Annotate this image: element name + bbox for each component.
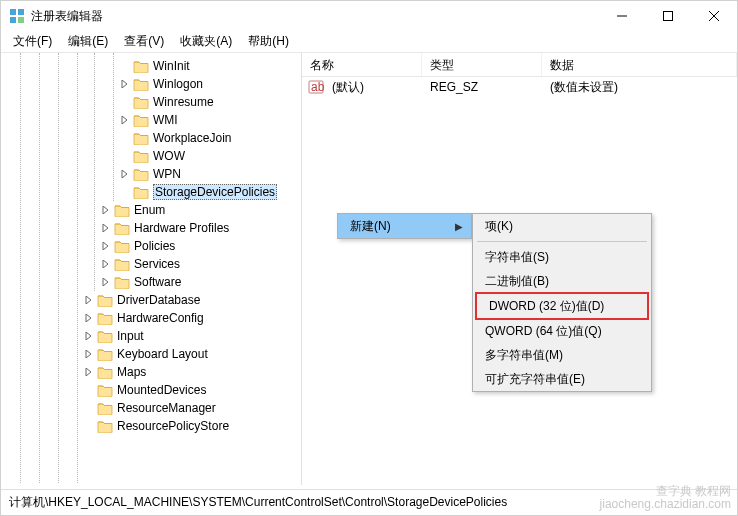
expander-collapsed-icon[interactable]	[83, 330, 95, 342]
tree-item[interactable]: WorkplaceJoin	[1, 129, 301, 147]
maximize-button[interactable]	[645, 1, 691, 31]
tree-item[interactable]: Input	[1, 327, 301, 345]
expander-none	[119, 96, 131, 108]
tree-item-label: Software	[134, 275, 181, 289]
context-submenu-new[interactable]: 项(K)字符串值(S)二进制值(B)DWORD (32 位)值(D)QWORD …	[472, 213, 652, 392]
tree-item-label: Maps	[117, 365, 146, 379]
folder-icon	[114, 203, 130, 217]
tree-item[interactable]: Winlogon	[1, 75, 301, 93]
svg-rect-5	[664, 12, 673, 21]
expander-none	[119, 132, 131, 144]
tree-item[interactable]: WOW	[1, 147, 301, 165]
folder-icon	[133, 59, 149, 73]
expander-collapsed-icon[interactable]	[119, 78, 131, 90]
expander-collapsed-icon[interactable]	[83, 312, 95, 324]
expander-collapsed-icon[interactable]	[100, 222, 112, 234]
menu-item[interactable]: QWORD (64 位)值(Q)	[473, 319, 651, 343]
tree-item[interactable]: Policies	[1, 237, 301, 255]
folder-icon	[114, 257, 130, 271]
tree-item[interactable]: MountedDevices	[1, 381, 301, 399]
expander-collapsed-icon[interactable]	[100, 258, 112, 270]
menu-item[interactable]: 二进制值(B)	[473, 269, 651, 293]
tree-item[interactable]: ResourceManager	[1, 399, 301, 417]
tree-item[interactable]: Winresume	[1, 93, 301, 111]
tree-item-label: Hardware Profiles	[134, 221, 229, 235]
tree-item-label: ResourcePolicyStore	[117, 419, 229, 433]
svg-rect-1	[18, 9, 24, 15]
folder-icon	[114, 239, 130, 253]
expander-collapsed-icon[interactable]	[100, 240, 112, 252]
menu-item-label: 项(K)	[485, 218, 513, 235]
menubar: 文件(F) 编辑(E) 查看(V) 收藏夹(A) 帮助(H)	[1, 31, 737, 53]
tree-item-label: ResourceManager	[117, 401, 216, 415]
tree-item-label: Winlogon	[153, 77, 203, 91]
tree-item[interactable]: ResourcePolicyStore	[1, 417, 301, 435]
tree-item-label: Winresume	[153, 95, 214, 109]
submenu-arrow-icon: ▶	[455, 221, 463, 232]
expander-collapsed-icon[interactable]	[100, 204, 112, 216]
tree-item-label: Input	[117, 329, 144, 343]
tree-item-label: HardwareConfig	[117, 311, 204, 325]
folder-icon	[114, 221, 130, 235]
menu-file[interactable]: 文件(F)	[5, 31, 60, 52]
menu-item[interactable]: DWORD (32 位)值(D)	[477, 294, 647, 318]
svg-text:ab: ab	[311, 80, 324, 94]
menu-item-label: 二进制值(B)	[485, 273, 549, 290]
folder-icon	[133, 185, 149, 199]
cell-name: (默认)	[324, 79, 422, 96]
menu-help[interactable]: 帮助(H)	[240, 31, 297, 52]
expander-none	[83, 420, 95, 432]
menu-favorites[interactable]: 收藏夹(A)	[172, 31, 240, 52]
expander-collapsed-icon[interactable]	[83, 348, 95, 360]
minimize-button[interactable]	[599, 1, 645, 31]
menu-item-label: 字符串值(S)	[485, 249, 549, 266]
tree-item-label: DriverDatabase	[117, 293, 200, 307]
folder-icon	[133, 167, 149, 181]
col-name[interactable]: 名称	[302, 53, 422, 76]
expander-collapsed-icon[interactable]	[119, 114, 131, 126]
tree-item[interactable]: Hardware Profiles	[1, 219, 301, 237]
expander-collapsed-icon[interactable]	[83, 294, 95, 306]
tree-item[interactable]: WMI	[1, 111, 301, 129]
tree-item[interactable]: HardwareConfig	[1, 309, 301, 327]
list-row[interactable]: ab (默认) REG_SZ (数值未设置)	[302, 77, 737, 97]
tree-item-label: WMI	[153, 113, 178, 127]
tree-item[interactable]: WPN	[1, 165, 301, 183]
tree-item[interactable]: Enum	[1, 201, 301, 219]
tree-item[interactable]: Keyboard Layout	[1, 345, 301, 363]
folder-icon	[97, 419, 113, 433]
menu-item[interactable]: 字符串值(S)	[473, 245, 651, 269]
menu-item[interactable]: 项(K)	[473, 214, 651, 238]
tree-item[interactable]: Maps	[1, 363, 301, 381]
tree-item[interactable]: Software	[1, 273, 301, 291]
expander-none	[83, 384, 95, 396]
svg-rect-3	[18, 17, 24, 23]
expander-collapsed-icon[interactable]	[83, 366, 95, 378]
svg-rect-2	[10, 17, 16, 23]
menu-view[interactable]: 查看(V)	[116, 31, 172, 52]
tree-item[interactable]: WinInit	[1, 57, 301, 75]
folder-icon	[97, 347, 113, 361]
menu-item[interactable]: 多字符串值(M)	[473, 343, 651, 367]
tree-item-label: WorkplaceJoin	[153, 131, 231, 145]
menu-item-new[interactable]: 新建(N) ▶	[338, 214, 471, 238]
folder-icon	[133, 95, 149, 109]
col-type[interactable]: 类型	[422, 53, 542, 76]
tree-pane[interactable]: WinInitWinlogonWinresumeWMIWorkplaceJoin…	[1, 53, 302, 485]
list-header: 名称 类型 数据	[302, 53, 737, 77]
menu-item[interactable]: 可扩充字符串值(E)	[473, 367, 651, 391]
folder-icon	[97, 293, 113, 307]
expander-collapsed-icon[interactable]	[100, 276, 112, 288]
tree-item[interactable]: StorageDevicePolicies	[1, 183, 301, 201]
expander-collapsed-icon[interactable]	[119, 168, 131, 180]
menu-edit[interactable]: 编辑(E)	[60, 31, 116, 52]
context-menu-new[interactable]: 新建(N) ▶	[337, 213, 472, 239]
col-data[interactable]: 数据	[542, 53, 737, 76]
expander-none	[83, 402, 95, 414]
close-button[interactable]	[691, 1, 737, 31]
watermark: 查字典 教程网 jiaocheng.chazidian.com	[600, 485, 731, 511]
window-title: 注册表编辑器	[31, 8, 599, 25]
folder-icon	[97, 401, 113, 415]
tree-item[interactable]: DriverDatabase	[1, 291, 301, 309]
tree-item[interactable]: Services	[1, 255, 301, 273]
